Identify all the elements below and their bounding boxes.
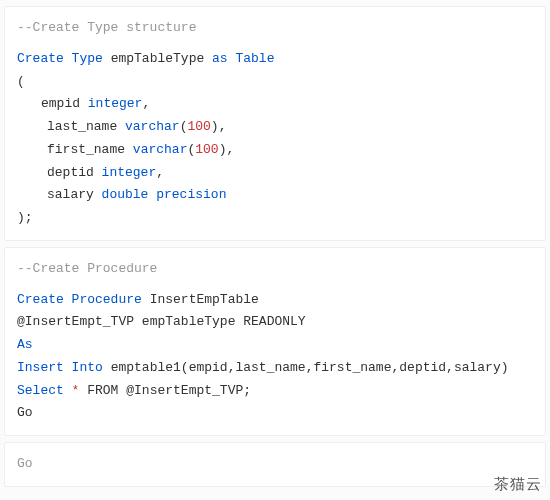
- param-type: empTableType READONLY: [134, 314, 306, 329]
- code-block-procedure: --Create Procedure Create Procedure Inse…: [4, 247, 546, 436]
- keyword-create-type: Create Type: [17, 51, 103, 66]
- field-deptid: deptid: [47, 165, 102, 180]
- comment-type: --Create Type structure: [17, 20, 196, 35]
- keyword-as-table: as Table: [212, 51, 274, 66]
- watermark-text: 茶猫云: [494, 475, 542, 494]
- type-name: empTableType: [103, 51, 212, 66]
- comma: ,: [142, 96, 150, 111]
- number-100: 100: [187, 119, 210, 134]
- field-empid: empid: [41, 96, 88, 111]
- keyword-create-procedure: Create Procedure: [17, 292, 142, 307]
- close-paren-semi: );: [17, 210, 33, 225]
- type-integer: integer: [88, 96, 143, 111]
- go-stmt: Go: [17, 405, 33, 420]
- close-paren: ): [211, 119, 219, 134]
- type-integer: integer: [102, 165, 157, 180]
- field-salary: salary: [47, 187, 102, 202]
- comma: ,: [156, 165, 164, 180]
- keyword-from: FROM: [87, 383, 118, 398]
- number-100: 100: [195, 142, 218, 157]
- comment-procedure: --Create Procedure: [17, 261, 157, 276]
- semicolon: ;: [243, 383, 251, 398]
- field-lastname: last_name: [47, 119, 125, 134]
- code-block-type: --Create Type structure Create Type empT…: [4, 6, 546, 241]
- star: *: [64, 383, 87, 398]
- select-param: @InsertEmpt_TVP: [118, 383, 243, 398]
- insert-target: emptable1(empid,last_name,first_name,dep…: [103, 360, 509, 375]
- field-firstname: first_name: [47, 142, 133, 157]
- keyword-select: Select: [17, 383, 64, 398]
- code-block-go: Go: [4, 442, 546, 487]
- type-varchar: varchar: [125, 119, 180, 134]
- open-paren: (: [17, 74, 25, 89]
- keyword-as: As: [17, 337, 33, 352]
- comma: ,: [226, 142, 234, 157]
- procedure-name: InsertEmpTable: [142, 292, 259, 307]
- param-tvp: @InsertEmpt_TVP: [17, 314, 134, 329]
- go-text: Go: [17, 456, 33, 471]
- comma: ,: [219, 119, 227, 134]
- keyword-insert-into: Insert Into: [17, 360, 103, 375]
- type-double: double precision: [102, 187, 227, 202]
- type-varchar: varchar: [133, 142, 188, 157]
